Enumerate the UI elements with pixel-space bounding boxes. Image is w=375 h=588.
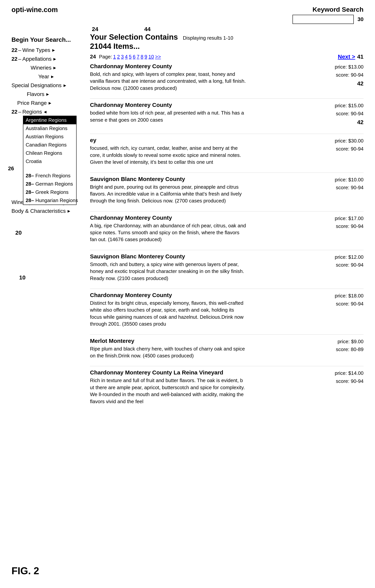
page-5[interactable]: 5: [129, 54, 132, 60]
keyword-search-label: Keyword Search: [313, 6, 364, 13]
sidebar-item-wineries[interactable]: Wineries ▶: [11, 65, 84, 71]
wine-price-score-3: price: $30.00 score: 90-94: [325, 137, 364, 166]
page-4[interactable]: 4: [125, 54, 128, 60]
ann-41: 41: [357, 53, 364, 60]
wine-text-5: A big, ripe Chardonnay, with an abundanc…: [90, 222, 247, 243]
page-2[interactable]: 2: [117, 54, 120, 60]
wine-price-4: price: $10.00: [325, 176, 364, 184]
sidebar-wine-types-label: Wine Types: [22, 47, 50, 53]
displaying-text: Displaying results 1-10: [183, 35, 233, 41]
wine-price-score-6: price: $12.00 score: 90-94: [325, 253, 364, 282]
wine-item-2: Chardonnay Monterey County bodied white …: [90, 102, 364, 127]
wine-item-9: Chardonnay Monterey County La Reina Vine…: [90, 369, 364, 405]
arrow-regions: ◀: [44, 110, 47, 114]
page-3[interactable]: 3: [121, 54, 124, 60]
page-6[interactable]: 6: [133, 54, 135, 60]
sidebar-item-special[interactable]: Special Designations ▶: [11, 82, 84, 88]
wine-score-3: score: 90-94: [325, 145, 364, 153]
wine-score-2: score: 90-94: [325, 110, 364, 118]
page-7[interactable]: 7: [137, 54, 139, 60]
wine-name-1: Chardonnay Monterey County: [90, 63, 247, 70]
wine-name-7: Chardonnay Monterey County: [90, 292, 247, 298]
sidebar-item-regions[interactable]: 22 – Regions ◀: [11, 109, 84, 115]
sidebar-item-wine-types[interactable]: 22 – Wine Types ▶: [11, 47, 84, 53]
arrow-flavors: ▶: [46, 92, 49, 96]
wine-item-7: Chardonnay Monterey County Distinct for …: [90, 292, 364, 327]
ann-24-sub: 24: [90, 54, 96, 60]
page-9[interactable]: 9: [144, 54, 147, 60]
page-1[interactable]: 1: [113, 54, 116, 60]
wine-text-4: Bright and pure, pouring out its generou…: [90, 183, 247, 204]
ann-44-top: 44: [144, 26, 151, 32]
page-8[interactable]: 8: [141, 54, 143, 60]
selection-title: Your Selection Contains: [90, 32, 178, 42]
wine-name-5: Chardonnay Monterey County: [90, 214, 247, 221]
sidebar-item-body[interactable]: Body & Characteristics ▶: [11, 208, 84, 214]
ann-28-french: 28–: [26, 173, 34, 178]
wine-price-9: price: $14.00: [325, 369, 364, 377]
wine-item-3: ey focused, with rich, icy currant, ceda…: [90, 137, 364, 166]
regions-dropdown: Argentine Regions Australian Regions Aus…: [23, 116, 77, 205]
wine-price-7: price: $18.00: [325, 292, 364, 300]
wine-text-3: focused, with rich, icy currant, cedar, …: [90, 145, 247, 166]
wine-price-1: price: $13.00: [325, 63, 364, 71]
dropdown-item-hungarian[interactable]: 28– Hungarian Regions: [23, 196, 76, 205]
page-10[interactable]: 10: [148, 54, 154, 60]
wine-price-score-9: price: $14.00 score: 90-94: [325, 369, 364, 405]
wine-price-6: price: $12.00: [325, 253, 364, 261]
wine-price-2: price: $15.00: [325, 102, 364, 110]
wine-text-9: Rich in texture and full of fruit and bu…: [90, 377, 247, 405]
wine-score-9: score: 90-94: [325, 377, 364, 385]
ann-22-wine: 22: [11, 47, 17, 53]
ann-28-hungarian: 28–: [26, 198, 34, 203]
wine-price-3: price: $30.00: [325, 137, 364, 145]
sidebar-regions-label: Regions: [22, 109, 42, 115]
dropdown-item-argentine[interactable]: Argentine Regions: [23, 116, 76, 124]
arrow-appellations: ▶: [53, 57, 56, 61]
sidebar-item-appellations[interactable]: 22 – Appellations ▶: [11, 56, 84, 62]
dropdown-item-chilean[interactable]: Chilean Regions: [23, 149, 76, 157]
sidebar-price-label: Price Range: [17, 100, 47, 106]
page-next-arrows[interactable]: >>: [155, 54, 161, 60]
dropdown-item-french[interactable]: 28– French Regions: [23, 172, 76, 180]
dropdown-item-australian[interactable]: Australian Regions: [23, 124, 76, 133]
wine-item-4: Sauvignon Blanc Monterey County Bright a…: [90, 176, 364, 204]
ann-10: 10: [19, 274, 25, 281]
sidebar-item-year[interactable]: Year ▶: [11, 74, 84, 80]
pagination-label: Page:: [99, 54, 112, 60]
arrow-special: ▶: [63, 83, 66, 87]
wine-price-8: price: $9.00: [325, 338, 364, 346]
wine-item-8: Merlot Monterey Ripe plum and black cher…: [90, 338, 364, 359]
wine-text-7: Distinct for its bright citrus, especial…: [90, 300, 247, 327]
sidebar-body-label: Body & Characteristics: [11, 208, 66, 214]
dropdown-item-greek[interactable]: 28– Greek Regions: [23, 188, 76, 196]
wine-score-1: score: 90-94: [325, 71, 364, 79]
dropdown-item-austrian[interactable]: Austrian Regions: [23, 133, 76, 141]
keyword-search-input[interactable]: [293, 15, 354, 24]
sidebar-flavors-label: Flavors: [27, 91, 44, 97]
wine-price-score-7: price: $18.00 score: 90-94: [325, 292, 364, 327]
ann-42-1: 42: [357, 80, 364, 87]
wine-score-6: score: 90-94: [325, 261, 364, 269]
ann-22-regions: 22: [11, 109, 17, 115]
sidebar-item-flavors[interactable]: Flavors ▶: [11, 91, 84, 97]
dropdown-item-canadian[interactable]: Canadian Regions: [23, 141, 76, 149]
ann-42-2: 42: [357, 119, 364, 125]
wine-name-4: Sauvignon Blanc Monterey County: [90, 176, 247, 182]
ann-30: 30: [358, 16, 364, 22]
wine-item-5: Chardonnay Monterey County A big, ripe C…: [90, 214, 364, 243]
selection-items: 21044 Items...: [90, 42, 178, 51]
sidebar-year-label: Year: [38, 74, 49, 80]
dropdown-item-german[interactable]: 28– German Regions: [23, 180, 76, 188]
next-button[interactable]: Next >: [338, 53, 355, 60]
wine-score-4: score: 90-94: [325, 184, 364, 192]
wine-score-7: score: 90-94: [325, 300, 364, 308]
wine-text-6: Smooth, rich and buttery, a spicy wine w…: [90, 261, 247, 282]
wine-score-8: score: 80-89: [325, 346, 364, 354]
wine-price-score-4: price: $10.00 score: 90-94: [325, 176, 364, 204]
dropdown-item-croatia[interactable]: Croatia: [23, 157, 76, 166]
sidebar-item-price[interactable]: Price Range ▶: [11, 100, 84, 106]
begin-search-label: Begin Your Search...: [11, 36, 84, 43]
ann-28-greek: 28–: [26, 189, 34, 195]
wine-price-score-2: price: $15.00 score: 90-94 42: [325, 102, 364, 127]
